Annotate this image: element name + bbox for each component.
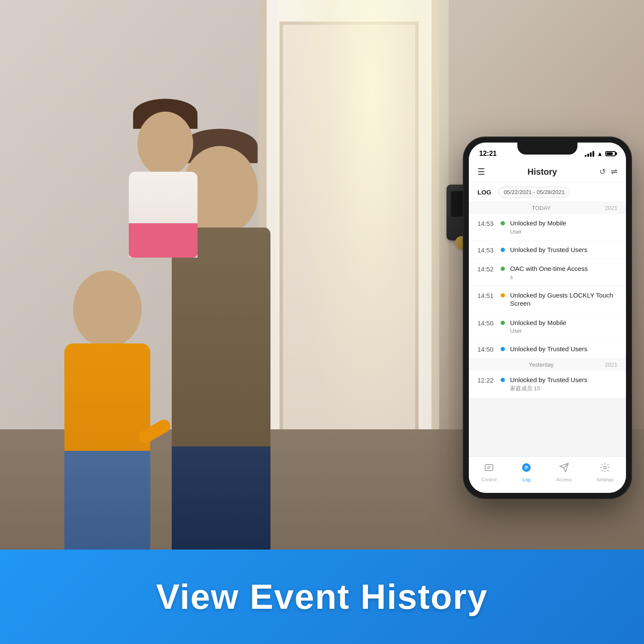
entry-dot-blue-2	[501, 248, 505, 252]
entry-dot-blue-y1	[501, 378, 505, 382]
entry-time-3: 14:52	[477, 264, 495, 273]
entry-time-5: 14:50	[477, 319, 495, 327]
people-group	[52, 86, 438, 558]
log-label: LOG	[477, 188, 492, 196]
control-nav-icon	[484, 462, 494, 475]
entry-dot-green-5	[501, 321, 505, 325]
battery-icon	[605, 151, 616, 156]
refresh-icon[interactable]: ↺	[599, 167, 606, 176]
daughter-figure	[120, 120, 215, 258]
log-filter-row: LOG 05/22/2021 - 05/28/2021	[469, 182, 626, 202]
entry-dot-green-1	[501, 221, 505, 225]
entry-dot-green-3	[501, 267, 505, 271]
entry-time-2: 14:53	[477, 246, 495, 254]
status-time: 12:21	[479, 150, 497, 158]
nav-item-access[interactable]: Access	[556, 462, 571, 482]
swap-icon[interactable]: ⇌	[611, 167, 617, 176]
signal-bar-4	[592, 151, 594, 157]
entry-subtitle-1: User	[510, 228, 617, 235]
wifi-icon: ▲	[597, 150, 603, 157]
entry-subtitle-5: User	[510, 328, 617, 334]
header-actions: ↺ ⇌	[599, 167, 617, 176]
banner-text: View Event History	[156, 577, 488, 617]
battery-fill	[607, 152, 613, 155]
son-figure	[52, 236, 172, 558]
signal-bar-1	[585, 155, 586, 157]
nav-label-log: Log	[522, 477, 530, 482]
log-entry-1453-mobile[interactable]: 14:53 Unlocked by Mobile User	[469, 214, 626, 240]
date-range[interactable]: 05/22/2021 - 05/28/2021	[498, 187, 571, 197]
entry-content-y1: Unlocked by Trusted Users 家庭成员 15	[510, 376, 617, 393]
entry-content-3: OAC with One-time Access s	[510, 264, 617, 280]
log-entry-1452-oac[interactable]: 14:52 OAC with One-time Access s	[469, 259, 626, 286]
entry-dot-orange-4	[501, 293, 505, 298]
background-scene: 12:21 ▲	[0, 0, 644, 644]
phone-notch	[517, 143, 577, 155]
svg-point-2	[604, 466, 606, 469]
phone-shell: 12:21 ▲	[464, 137, 631, 498]
entry-title-y1: Unlocked by Trusted Users	[510, 376, 617, 384]
yesterday-label: Yesterday	[477, 361, 605, 368]
nav-label-settings: Settings	[596, 477, 614, 482]
entry-title-1: Unlocked by Mobile	[510, 219, 617, 228]
entry-content-6: Unlocked by Trusted Users	[510, 345, 617, 353]
log-nav-icon	[521, 462, 532, 475]
entry-title-4: Unlocked by Guests LOCKLY Touch Screen	[510, 291, 617, 308]
entry-time-1: 14:53	[477, 219, 495, 227]
nav-item-settings[interactable]: Settings	[596, 462, 614, 482]
history-title: History	[528, 167, 557, 177]
nav-label-access: Access	[556, 477, 571, 482]
app-header: ☰ History ↺ ⇌	[469, 161, 626, 182]
bottom-nav: Control Log	[469, 456, 626, 493]
nav-label-control: Control	[481, 477, 496, 482]
settings-nav-icon	[600, 462, 610, 475]
log-entry-1450-trusted[interactable]: 14:50 Unlocked by Trusted Users	[469, 340, 626, 359]
entry-subtitle-3: s	[510, 274, 617, 280]
entry-title-2: Unlocked by Trusted Users	[510, 246, 617, 254]
today-separator: TODAY 2021	[469, 202, 626, 214]
status-icons: ▲	[585, 150, 616, 157]
entry-content-1: Unlocked by Mobile User	[510, 219, 617, 235]
entry-content-5: Unlocked by Mobile User	[510, 319, 617, 334]
father-body	[172, 228, 270, 451]
phone-screen: 12:21 ▲	[469, 143, 626, 493]
menu-icon[interactable]: ☰	[477, 167, 485, 177]
entry-title-5: Unlocked by Mobile	[510, 319, 617, 327]
yesterday-year: 2021	[605, 361, 617, 368]
entry-content-4: Unlocked by Guests LOCKLY Touch Screen	[510, 291, 617, 308]
daughter-pants	[129, 223, 197, 258]
entry-content-2: Unlocked by Trusted Users	[510, 246, 617, 254]
phone-container: 12:21 ▲	[464, 137, 631, 498]
father-pants	[172, 447, 270, 558]
signal-bars-icon	[585, 151, 594, 157]
today-label: TODAY	[477, 205, 605, 211]
entry-title-6: Unlocked by Trusted Users	[510, 345, 617, 353]
yesterday-separator: Yesterday 2021	[469, 359, 626, 371]
nav-item-log[interactable]: Log	[521, 462, 532, 482]
log-entry-1451-guests[interactable]: 14:51 Unlocked by Guests LOCKLY Touch Sc…	[469, 286, 626, 313]
entry-time-4: 14:51	[477, 291, 495, 299]
entry-dot-blue-6	[501, 347, 505, 351]
entry-time-6: 14:50	[477, 345, 495, 353]
nav-item-control[interactable]: Control	[481, 462, 496, 482]
signal-bar-2	[587, 154, 589, 157]
son-pants	[64, 451, 150, 558]
access-nav-icon	[559, 462, 569, 475]
log-scroll-content[interactable]: TODAY 2021 14:53 Unlocked by Mobile User	[469, 202, 626, 454]
daughter-head	[137, 112, 193, 176]
log-entry-1450-mobile[interactable]: 14:50 Unlocked by Mobile User	[469, 313, 626, 340]
today-year: 2021	[605, 205, 617, 211]
log-entry-yesterday-1222[interactable]: 12:22 Unlocked by Trusted Users 家庭成员 15	[469, 371, 626, 398]
bottom-banner: View Event History	[0, 550, 644, 644]
entry-subtitle-y1: 家庭成员 15	[510, 385, 617, 392]
entry-title-3: OAC with One-time Access	[510, 264, 617, 273]
log-entry-1453-trusted[interactable]: 14:53 Unlocked by Trusted Users	[469, 240, 626, 260]
son-head	[73, 270, 142, 348]
entry-time-y1: 12:22	[477, 376, 495, 384]
signal-bar-3	[590, 152, 592, 157]
